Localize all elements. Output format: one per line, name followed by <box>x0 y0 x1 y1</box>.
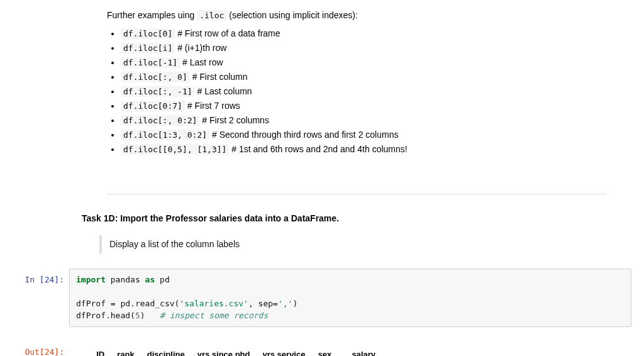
example-desc: # First row of a data frame <box>175 28 280 38</box>
markdown-cell-task: Task 1D: Import the Professor salaries d… <box>69 212 631 253</box>
tok-as: as <box>145 275 155 284</box>
tok-line3b: ) <box>140 311 160 320</box>
output-body: ID rank discipline yrs.since.phd yrs.ser… <box>69 341 631 356</box>
tok-num5: 5 <box>135 311 140 320</box>
tok-line2a: dfProf = pd.read_csv( <box>76 299 179 308</box>
output-cell-24: Out[24]: ID rank discipline yrs.since.ph… <box>15 341 631 356</box>
example-code: df.iloc[:, 0:2] <box>121 115 199 126</box>
example-desc: # First 7 rows <box>185 101 240 111</box>
intro-code: .iloc <box>197 10 226 21</box>
iloc-examples-list: df.iloc[0] # First row of a data frame d… <box>107 27 606 156</box>
col-header: ID <box>90 345 111 356</box>
tok-module: pandas <box>111 275 140 284</box>
tok-line3a: dfProf.head( <box>76 311 135 320</box>
tok-line2c: ) <box>292 299 297 308</box>
table-header-row: ID rank discipline yrs.since.phd yrs.ser… <box>73 345 382 356</box>
section-divider <box>107 194 606 194</box>
notebook-page: Further examples uing .iloc (selection u… <box>0 0 644 356</box>
example-desc: # First 2 columns <box>199 115 269 125</box>
input-prompt: In [24]: <box>15 269 69 286</box>
example-code: df.iloc[0] <box>121 28 175 39</box>
col-header: discipline <box>141 345 191 356</box>
example-desc: # (i+1)th row <box>175 43 226 53</box>
list-item: df.iloc[i] # (i+1)th row <box>121 42 606 55</box>
list-item: df.iloc[0:7] # First 7 rows <box>121 99 606 113</box>
example-code: df.iloc[1:3, 0:2] <box>121 130 209 140</box>
example-desc: # 1st and 6th rows and 2nd and 4th colum… <box>229 144 407 154</box>
example-code: df.iloc[:, -1] <box>121 86 195 97</box>
tok-import: import <box>76 275 106 284</box>
example-desc: # Last column <box>195 86 252 96</box>
col-header: salary <box>342 345 382 356</box>
code-editor[interactable]: import pandas as pd dfProf = pd.read_csv… <box>69 269 631 327</box>
task-title: Task 1D: Import the Professor salaries d… <box>82 212 606 225</box>
task-note: Display a list of the column labels <box>109 239 240 249</box>
task-note-block: Display a list of the column labels <box>99 235 606 253</box>
intro-line: Further examples uing .iloc (selection u… <box>107 9 606 22</box>
col-header: yrs.service <box>256 345 311 356</box>
example-desc: # Last row <box>180 57 223 67</box>
col-header: yrs.since.phd <box>191 345 257 356</box>
list-item: df.iloc[1:3, 0:2] # Second through third… <box>121 128 606 142</box>
example-code: df.iloc[0:7] <box>121 101 185 111</box>
intro-prefix: Further examples uing <box>107 10 197 20</box>
tok-str-sep: ',' <box>278 299 292 308</box>
example-desc: # Second through third rows and first 2 … <box>209 130 398 140</box>
col-header: rank <box>111 345 140 356</box>
example-code: df.iloc[[0,5], [1,3]] <box>121 144 229 155</box>
output-prompt: Out[24]: <box>15 341 69 356</box>
example-desc: # First column <box>190 72 248 82</box>
example-code: df.iloc[i] <box>121 43 175 53</box>
tok-line2b: , sep= <box>248 299 278 308</box>
list-item: df.iloc[:, 0:2] # First 2 columns <box>121 114 606 127</box>
tok-alias: pd <box>160 275 170 284</box>
list-item: df.iloc[0] # First row of a data frame <box>121 27 606 40</box>
code-cell-24: In [24]: import pandas as pd dfProf = pd… <box>15 269 631 327</box>
table-index-header <box>73 345 90 356</box>
list-item: df.iloc[-1] # Last row <box>121 56 606 69</box>
tok-comment: # inspect some records <box>160 311 268 320</box>
example-code: df.iloc[:, 0] <box>121 72 190 82</box>
list-item: df.iloc[:, -1] # Last column <box>121 85 606 98</box>
example-code: df.iloc[-1] <box>121 57 180 68</box>
col-header: sex <box>311 345 341 356</box>
markdown-cell-iloc-examples: Further examples uing .iloc (selection u… <box>69 9 631 194</box>
dataframe-table: ID rank discipline yrs.since.phd yrs.ser… <box>73 345 382 356</box>
list-item: df.iloc[:, 0] # First column <box>121 70 606 84</box>
list-item: df.iloc[[0,5], [1,3]] # 1st and 6th rows… <box>121 143 606 156</box>
intro-suffix: (selection using implicit indexes): <box>229 10 358 20</box>
tok-str-file: 'salaries.csv' <box>179 299 248 308</box>
